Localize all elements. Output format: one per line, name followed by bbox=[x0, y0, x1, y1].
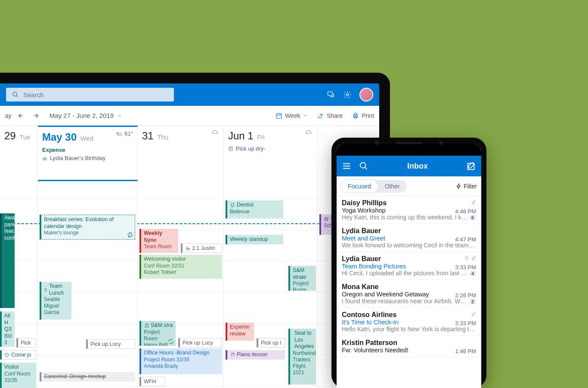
mail-time: 1:46 PM bbox=[455, 348, 476, 354]
calendar-icon bbox=[275, 112, 282, 119]
cake-icon bbox=[42, 156, 47, 161]
user-avatar[interactable] bbox=[359, 88, 373, 102]
event-welcoming[interactable]: Welcoming visitor Conf Room 32/31 Robert… bbox=[139, 255, 222, 279]
filter-button[interactable]: Filter bbox=[456, 183, 477, 190]
settings-icon[interactable] bbox=[343, 90, 352, 99]
mail-list[interactable]: Daisy PhillipsYoga Workshop4:46 PMHey Ka… bbox=[337, 196, 481, 357]
day-header-30[interactable]: May 30 Wed 61° bbox=[38, 127, 137, 146]
day-header-31[interactable]: 31 Thu bbox=[138, 126, 223, 145]
allday-birthday[interactable]: Lydia Bauer's Birthday bbox=[40, 154, 136, 162]
event-seat[interactable]: Seat to Los Angeles Northwind Traders Fl… bbox=[288, 329, 316, 385]
date-range-picker[interactable]: May 27 - June 2, 2019 bbox=[50, 112, 122, 119]
event-wfh[interactable]: WFH bbox=[139, 377, 165, 386]
tab-other[interactable]: Other bbox=[378, 180, 407, 193]
mail-item[interactable]: Mona KaneOregon and Weekend Getaway2:26 … bbox=[337, 280, 481, 308]
search-box[interactable] bbox=[6, 88, 174, 102]
tab-focused[interactable]: Focused bbox=[341, 180, 378, 193]
attachment-icon bbox=[471, 255, 476, 261]
event-piano[interactable]: Piano lesson bbox=[226, 350, 285, 360]
mail-preview: Hello Katri, your flight to New York is … bbox=[342, 326, 476, 333]
print-button[interactable]: Print bbox=[352, 112, 374, 119]
mail-from: Lydia Bauer bbox=[342, 227, 476, 235]
day-header-29[interactable]: 29 Tue bbox=[0, 126, 37, 145]
mail-from: Kristin Patterson bbox=[342, 339, 476, 347]
mail-from: Contoso Airlines bbox=[342, 311, 476, 319]
event-pick-31[interactable]: Pick up Lucy bbox=[178, 338, 222, 348]
svg-rect-22 bbox=[465, 258, 468, 260]
attachment-icon bbox=[471, 311, 476, 317]
cloud-icon bbox=[305, 129, 313, 135]
bolt-icon bbox=[456, 183, 462, 189]
mail-time: 4:46 PM bbox=[455, 208, 476, 215]
day-header-jun1[interactable]: Jun 1 Fri bbox=[224, 126, 317, 145]
tooth-icon bbox=[230, 203, 235, 208]
calendar-toolbar: ay May 27 - June 2, 2019 Week Share Prin… bbox=[0, 106, 379, 126]
mail-preview: We look forward to welcoming Cecil in th… bbox=[342, 242, 476, 249]
share-button[interactable]: Share bbox=[317, 112, 343, 119]
event-standup[interactable]: Weekly standup bbox=[226, 235, 283, 244]
day-column-29[interactable]: Away parent teacher conf All H Q3 Bld 3 … bbox=[0, 180, 38, 388]
mobile-topbar: Inbox bbox=[337, 156, 481, 176]
event-experim[interactable]: Experim review bbox=[226, 323, 254, 341]
focused-other-toggle[interactable]: Focused Other bbox=[341, 180, 407, 193]
event-comejo[interactable]: Come jo bbox=[0, 350, 36, 360]
day-column-jun1[interactable]: Dentist Bellevue Weekly standup S&M stra… bbox=[224, 180, 318, 388]
fork-icon bbox=[44, 287, 47, 293]
svg-rect-8 bbox=[354, 115, 358, 117]
mail-time: 4:47 PM bbox=[455, 236, 476, 243]
allday-task-dry[interactable]: Pick up dry- bbox=[226, 145, 316, 153]
event-office-hours[interactable]: Office Hours -Brand Design Project Room … bbox=[139, 348, 222, 374]
view-week-dropdown[interactable]: Week bbox=[275, 112, 308, 119]
weather-30: 61° bbox=[115, 130, 133, 137]
day-column-31[interactable]: Weekly Sync Team Room 1:1 Justin Welcomi… bbox=[138, 180, 224, 388]
mail-badge: 6 bbox=[469, 215, 476, 220]
mail-time: 3:33 PM bbox=[455, 264, 476, 271]
svg-line-20 bbox=[365, 167, 367, 169]
attachment-icon bbox=[471, 199, 476, 205]
recur-icon bbox=[168, 339, 174, 345]
mail-item[interactable]: Kristin PattersonFw: Volunteers Needed!1… bbox=[337, 336, 481, 357]
laptop-screen: ay May 27 - June 2, 2019 Week Share Prin… bbox=[0, 83, 379, 388]
event-pick-29[interactable]: Pick bbox=[16, 338, 36, 348]
search-icon[interactable] bbox=[359, 161, 368, 171]
compose-icon[interactable] bbox=[467, 161, 476, 171]
event-weekly-sync[interactable]: Weekly Sync Team Room bbox=[139, 229, 178, 253]
event-canceled[interactable]: Canceled: Design meetup bbox=[40, 372, 135, 382]
mail-preview: Hey Katri, this is coming up this weeken… bbox=[342, 214, 476, 221]
event-smstra-31[interactable]: S&M stra Project Room Henry Brill bbox=[139, 321, 176, 346]
next-week-button[interactable] bbox=[33, 112, 40, 119]
calendar-header-row: 29 Tue May 30 Wed 61° Expense Lydia Baue… bbox=[0, 126, 379, 180]
event-team-lunch[interactable]: Team Lunch Seattle Miguel Garcia bbox=[40, 282, 71, 320]
phone-frame: Inbox Focused Other Filter Daisy Phillip… bbox=[331, 138, 486, 388]
allday-expense[interactable]: Expense bbox=[40, 146, 136, 154]
mail-from: Mona Kane bbox=[342, 283, 476, 291]
recur-icon bbox=[127, 232, 133, 238]
mail-item[interactable]: Lydia BauerTeam Bonding Pictures3:33 PMH… bbox=[337, 252, 481, 280]
hamburger-icon[interactable] bbox=[342, 161, 351, 171]
coffee-icon bbox=[185, 246, 190, 251]
event-pickup-i[interactable]: Pick up l bbox=[257, 338, 285, 348]
prev-week-button[interactable] bbox=[17, 112, 24, 119]
svg-point-19 bbox=[360, 163, 366, 168]
search-input[interactable] bbox=[23, 91, 168, 99]
event-breakfast[interactable]: Breakfast series: Evolution of calendar … bbox=[40, 215, 135, 240]
weather-jun1 bbox=[305, 129, 313, 135]
chat-icon[interactable] bbox=[327, 90, 335, 99]
event-away[interactable]: Away parent teacher conf bbox=[0, 213, 15, 308]
event-smstrate[interactable]: S&M strate Project Room Henry Brill bbox=[288, 266, 316, 291]
mail-item[interactable]: Contoso AirlinesIt's Time to Check-In3:3… bbox=[337, 308, 481, 336]
event-visitor-29[interactable]: Visitor Conf Room 32/35 bbox=[0, 363, 36, 388]
svg-rect-2 bbox=[328, 92, 333, 95]
event-dentist[interactable]: Dentist Bellevue bbox=[226, 200, 283, 219]
event-justin[interactable]: 1:1 Justin bbox=[181, 243, 222, 253]
today-label[interactable]: ay bbox=[5, 112, 12, 119]
event-allhq3[interactable]: All H Q3 Bld 3 Henry bbox=[0, 311, 15, 347]
day-column-30[interactable]: Breakfast series: Evolution of calendar … bbox=[38, 180, 138, 388]
date-range-label: May 27 - June 2, 2019 bbox=[50, 112, 114, 119]
svg-point-0 bbox=[13, 92, 17, 96]
mail-item[interactable]: Lydia BauerMeet and Greet4:47 PMWe look … bbox=[337, 224, 481, 252]
event-pick-30[interactable]: Pick up Lucy bbox=[86, 339, 135, 349]
chevron-down-icon bbox=[117, 113, 122, 118]
mail-time: 3:33 PM bbox=[455, 320, 476, 326]
mail-item[interactable]: Daisy PhillipsYoga Workshop4:46 PMHey Ka… bbox=[337, 196, 481, 224]
